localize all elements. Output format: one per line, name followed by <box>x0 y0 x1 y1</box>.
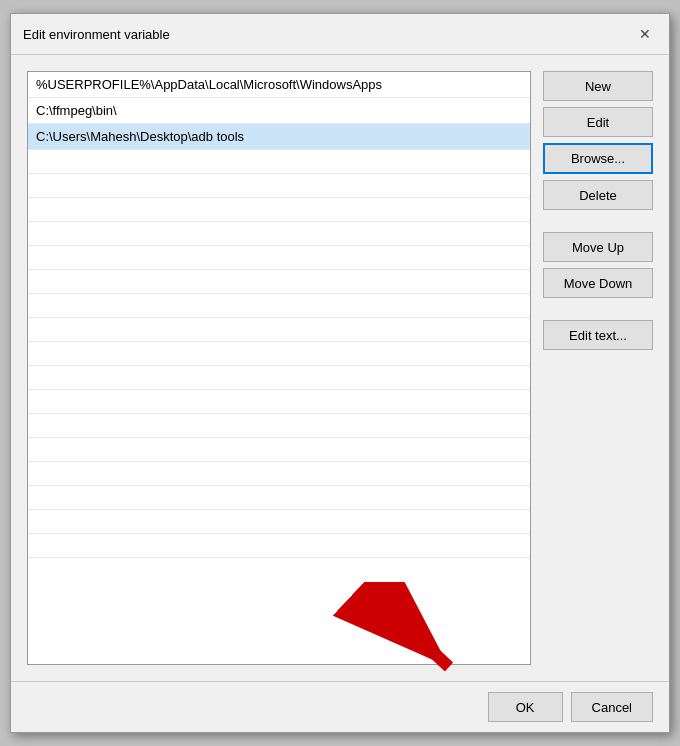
list-item[interactable] <box>28 390 530 414</box>
ok-button[interactable]: OK <box>488 692 563 722</box>
new-button[interactable]: New <box>543 71 653 101</box>
list-item[interactable] <box>28 294 530 318</box>
list-rows: %USERPROFILE%\AppData\Local\Microsoft\Wi… <box>28 72 530 582</box>
move-down-button[interactable]: Move Down <box>543 268 653 298</box>
dialog-body: %USERPROFILE%\AppData\Local\Microsoft\Wi… <box>11 55 669 681</box>
list-item[interactable]: %USERPROFILE%\AppData\Local\Microsoft\Wi… <box>28 72 530 98</box>
list-item[interactable] <box>28 438 530 462</box>
close-button[interactable]: ✕ <box>633 22 657 46</box>
list-item[interactable]: C:\ffmpeg\bin\ <box>28 98 530 124</box>
delete-button[interactable]: Delete <box>543 180 653 210</box>
list-item[interactable] <box>28 342 530 366</box>
list-item[interactable] <box>28 174 530 198</box>
list-item[interactable] <box>28 150 530 174</box>
list-item[interactable] <box>28 414 530 438</box>
button-spacer1 <box>543 216 653 226</box>
list-item[interactable] <box>28 558 530 582</box>
move-up-button[interactable]: Move Up <box>543 232 653 262</box>
list-item[interactable] <box>28 270 530 294</box>
dialog-title: Edit environment variable <box>23 27 170 42</box>
cancel-button[interactable]: Cancel <box>571 692 653 722</box>
edit-button[interactable]: Edit <box>543 107 653 137</box>
dialog-window: Edit environment variable ✕ %USERPROFILE… <box>10 13 670 733</box>
list-item[interactable]: C:\Users\Mahesh\Desktop\adb tools <box>28 124 530 150</box>
button-spacer2 <box>543 304 653 314</box>
browse-button[interactable]: Browse... <box>543 143 653 174</box>
title-bar: Edit environment variable ✕ <box>11 14 669 55</box>
list-item[interactable] <box>28 318 530 342</box>
list-item[interactable] <box>28 510 530 534</box>
list-item[interactable] <box>28 366 530 390</box>
list-empty-space <box>28 582 530 664</box>
list-item[interactable] <box>28 486 530 510</box>
list-item[interactable] <box>28 462 530 486</box>
list-item[interactable] <box>28 198 530 222</box>
list-item[interactable] <box>28 246 530 270</box>
buttons-panel: New Edit Browse... Delete Move Up Move D… <box>543 71 653 665</box>
environment-variable-list: %USERPROFILE%\AppData\Local\Microsoft\Wi… <box>27 71 531 665</box>
edit-text-button[interactable]: Edit text... <box>543 320 653 350</box>
dialog-footer: OK Cancel <box>11 681 669 732</box>
list-item[interactable] <box>28 534 530 558</box>
list-item[interactable] <box>28 222 530 246</box>
